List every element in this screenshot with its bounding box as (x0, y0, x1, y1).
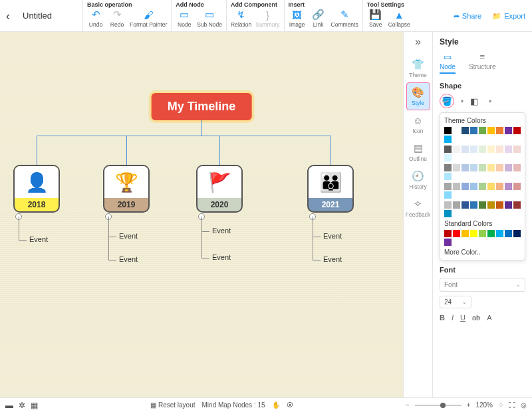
color-swatch[interactable] (444, 239, 452, 246)
font-color-button[interactable]: A (487, 314, 491, 322)
color-swatch[interactable] (479, 201, 486, 209)
rail-history[interactable]: 🕘History (406, 166, 430, 194)
color-swatch[interactable] (462, 146, 469, 153)
year-node-2018[interactable]: 👤 2018 (13, 165, 60, 213)
font-family-select[interactable]: Font⌄ (440, 278, 525, 292)
redo-button[interactable]: ↷Redo (108, 9, 126, 28)
color-swatch[interactable] (444, 146, 452, 153)
tab-node[interactable]: ▭Node (440, 52, 456, 74)
color-swatch[interactable] (453, 201, 460, 209)
insert-link-button[interactable]: 🔗Link (310, 9, 327, 28)
color-swatch[interactable] (496, 127, 503, 134)
event-node[interactable]: Event (119, 232, 138, 240)
collapse-panel-button[interactable]: » (415, 36, 421, 48)
color-swatch[interactable] (496, 230, 503, 237)
document-title[interactable]: Untitled (23, 11, 82, 21)
color-swatch[interactable] (444, 201, 452, 209)
color-swatch[interactable] (487, 201, 495, 209)
underline-button[interactable]: U (460, 314, 466, 322)
color-swatch[interactable] (444, 230, 452, 237)
color-swatch[interactable] (453, 164, 460, 171)
color-swatch[interactable] (479, 146, 486, 153)
color-swatch[interactable] (444, 210, 452, 217)
eye-tool-button[interactable]: ⦿ (287, 401, 293, 409)
year-node-2019[interactable]: 🏆 2019 (103, 165, 150, 213)
color-swatch[interactable] (513, 201, 521, 209)
format-painter-button[interactable]: 🖌Format Painter (130, 9, 167, 28)
color-swatch[interactable] (470, 164, 477, 171)
back-button[interactable]: ‹ (0, 0, 16, 32)
rail-theme[interactable]: 👕Theme (406, 54, 430, 82)
collapse-button[interactable]: ▲Collapse (388, 9, 410, 28)
color-swatch[interactable] (453, 183, 460, 190)
color-swatch[interactable] (487, 127, 495, 134)
export-button[interactable]: 📁Export (492, 12, 525, 21)
brightness-icon[interactable]: ✲ (19, 401, 25, 410)
color-swatch[interactable] (479, 183, 486, 190)
insert-image-button[interactable]: 🖼Image (289, 9, 306, 28)
color-swatch[interactable] (505, 201, 512, 209)
strike-button[interactable]: ab (472, 314, 480, 322)
color-swatch[interactable] (513, 230, 521, 237)
color-swatch[interactable] (505, 164, 512, 171)
color-swatch[interactable] (496, 146, 503, 153)
grid-icon[interactable]: ▦ (31, 401, 38, 410)
color-swatch[interactable] (453, 146, 460, 153)
insert-comments-button[interactable]: ✎Comments (331, 9, 358, 28)
zoom-out-button[interactable]: − (406, 401, 410, 409)
chevron-down-icon[interactable]: ▾ (461, 98, 464, 104)
zoom-slider[interactable] (415, 405, 462, 406)
color-swatch[interactable] (444, 183, 452, 190)
more-color-button[interactable]: More Color.. (444, 249, 521, 256)
event-node[interactable]: Event (323, 232, 342, 240)
mindmap-canvas[interactable]: My Timeline 👤 2018 🏆 2019 🚩 2020 👪 2021 … (0, 32, 403, 397)
color-swatch[interactable] (470, 146, 477, 153)
color-swatch[interactable] (462, 164, 469, 171)
color-swatch[interactable] (505, 146, 512, 153)
color-swatch[interactable] (444, 127, 452, 134)
tab-structure[interactable]: ≡Structure (469, 52, 496, 74)
color-swatch[interactable] (513, 127, 521, 134)
rail-style[interactable]: 🎨Style (406, 82, 430, 110)
color-swatch[interactable] (496, 201, 503, 209)
color-swatch[interactable] (479, 127, 486, 134)
bold-button[interactable]: B (440, 314, 445, 322)
fullscreen-button[interactable]: ⛶ (509, 401, 515, 409)
chevron-down-icon[interactable]: ▾ (489, 98, 491, 104)
color-swatch[interactable] (479, 230, 486, 237)
center-button[interactable]: ◎ (521, 401, 527, 409)
color-swatch[interactable] (444, 191, 452, 199)
color-swatch[interactable] (487, 164, 495, 171)
color-swatch[interactable] (487, 183, 495, 190)
fit-button[interactable]: ⁘ (498, 401, 503, 409)
color-swatch[interactable] (470, 183, 477, 190)
color-swatch[interactable] (453, 127, 460, 134)
border-color-button[interactable]: ◧ (470, 95, 482, 107)
share-button[interactable]: ➦Share (454, 12, 481, 21)
event-node[interactable]: Event (212, 227, 231, 235)
year-node-2021[interactable]: 👪 2021 (307, 165, 354, 213)
color-swatch[interactable] (513, 146, 521, 153)
zoom-in-button[interactable]: + (467, 401, 471, 409)
zoom-thumb[interactable] (440, 403, 446, 408)
rail-icon[interactable]: ☺Icon (406, 110, 430, 138)
rail-feedback[interactable]: ✧Feedback (406, 194, 430, 222)
year-node-2020[interactable]: 🚩 2020 (196, 165, 243, 213)
color-swatch[interactable] (479, 164, 486, 171)
event-node[interactable]: Event (323, 255, 342, 263)
color-swatch[interactable] (505, 183, 512, 190)
color-swatch[interactable] (505, 230, 512, 237)
event-node[interactable]: Event (119, 255, 138, 263)
undo-button[interactable]: ↶Undo (87, 9, 104, 28)
reset-layout-button[interactable]: ▦ Reset layout (150, 401, 195, 409)
color-swatch[interactable] (487, 146, 495, 153)
color-swatch[interactable] (462, 201, 469, 209)
fill-color-button[interactable]: 🪣 (440, 94, 454, 108)
italic-button[interactable]: I (452, 314, 454, 322)
color-swatch[interactable] (496, 164, 503, 171)
color-swatch[interactable] (444, 136, 452, 143)
color-swatch[interactable] (513, 183, 521, 190)
color-swatch[interactable] (453, 230, 460, 237)
event-node[interactable]: Event (212, 253, 231, 261)
color-swatch[interactable] (462, 127, 469, 134)
